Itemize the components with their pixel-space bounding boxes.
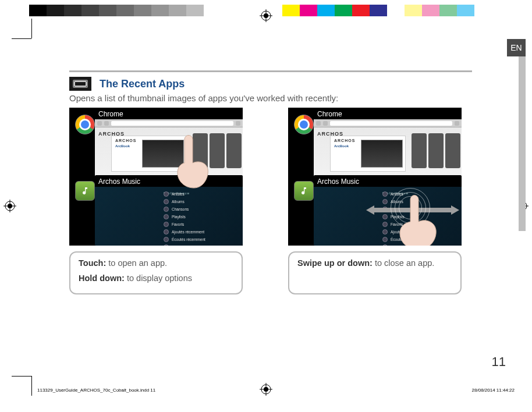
color-bar-left	[29, 5, 221, 16]
crop-mark	[12, 38, 31, 39]
card-label: Archos Music	[314, 175, 462, 187]
crop-mark	[12, 376, 31, 377]
color-swatch	[29, 5, 47, 16]
card-label: Chrome	[95, 108, 243, 119]
imprint-date: 28/08/2014 11:44:22	[472, 388, 515, 393]
recent-apps-icon	[69, 77, 91, 91]
registration-mark-icon	[260, 9, 272, 22]
color-swatch	[317, 5, 335, 16]
color-swatch	[352, 5, 370, 16]
chrome-icon	[294, 115, 314, 134]
chrome-icon	[75, 115, 95, 134]
color-swatch	[134, 5, 151, 16]
color-swatch	[300, 5, 317, 16]
page-number: 11	[492, 354, 506, 370]
music-list-item: Playlists	[164, 214, 205, 219]
color-swatch	[282, 5, 300, 16]
caption-text: to close an app.	[373, 258, 434, 268]
registration-mark-icon	[3, 200, 16, 212]
caption-bold: Hold down:	[79, 274, 125, 283]
screenshot-swipe: Chrome ARCHOS ARCHOS ArcBook	[288, 108, 462, 246]
language-tab: EN	[507, 39, 526, 56]
hero-brand: ARCHOS	[334, 138, 355, 143]
music-list-item: Dossier Musique	[164, 244, 205, 246]
section-rule	[69, 70, 472, 72]
music-list-item: Favoris	[164, 222, 205, 227]
color-swatch	[204, 5, 221, 16]
color-swatch	[151, 5, 169, 16]
color-swatch	[81, 5, 99, 16]
caption-text: to display options	[125, 274, 192, 283]
music-list-item: Ajoutés récemment	[164, 229, 205, 235]
color-swatch	[99, 5, 116, 16]
color-swatch	[116, 5, 134, 16]
hero-brand: ARCHOS	[115, 138, 136, 143]
music-list-item: Écoutés récemment	[164, 237, 205, 242]
thumb-index	[519, 56, 526, 231]
crop-mark	[31, 376, 32, 396]
color-swatch	[439, 5, 457, 16]
color-swatch	[405, 5, 422, 16]
color-bar-right	[282, 5, 474, 16]
color-swatch	[335, 5, 352, 16]
music-list-item: Ajoutés récemment	[382, 229, 424, 235]
caption-swipe: Swipe up or down: to close an app.	[288, 251, 462, 294]
music-icon	[294, 181, 314, 201]
section-heading: The Recent Apps	[100, 78, 185, 90]
caption-bold: Touch:	[79, 258, 106, 268]
color-swatch	[422, 5, 439, 16]
imprint: 113329_UserGuide_ARCHOS_70c_Cobalt_book.…	[37, 388, 515, 393]
color-swatch	[457, 5, 474, 16]
imprint-file: 113329_UserGuide_ARCHOS_70c_Cobalt_book.…	[37, 388, 155, 393]
caption-text: to open an app.	[106, 258, 167, 268]
color-swatch	[370, 5, 387, 16]
color-swatch	[169, 5, 186, 16]
hero-product: ArcBook	[334, 144, 349, 148]
color-swatch	[47, 5, 64, 16]
music-list-item: Albums	[164, 199, 205, 204]
music-icon	[75, 181, 95, 201]
caption-bold: Swipe up or down:	[297, 258, 373, 268]
color-swatch	[64, 5, 81, 16]
card-label: Archos Music	[95, 175, 243, 187]
music-list-item: Dossier Musique	[382, 244, 424, 246]
music-list-item: Écoutés récemment	[382, 237, 424, 242]
screenshot-touch: Chrome ARCHOS ARCHOS ArcBook	[69, 108, 243, 246]
card-label: Chrome	[314, 108, 462, 119]
music-list-item: Chansons	[164, 207, 205, 212]
color-swatch	[387, 5, 405, 16]
music-list-item: Artistes	[164, 191, 205, 197]
color-swatch	[186, 5, 204, 16]
section-subtext: Opens a list of thumbnail images of apps…	[69, 93, 472, 103]
hero-product: ArcBook	[115, 144, 130, 148]
page: EN The Recent Apps Opens a list of thumb…	[32, 39, 526, 375]
crop-mark	[31, 19, 32, 38]
caption-touch: Touch: to open an app. Hold down: to dis…	[69, 251, 243, 294]
